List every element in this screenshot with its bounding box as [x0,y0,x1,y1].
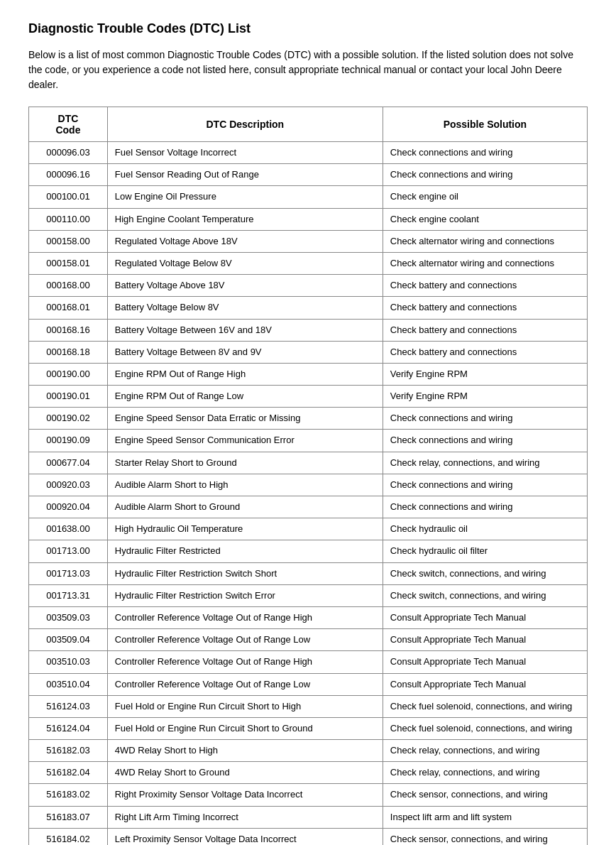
table-row: 000096.16Fuel Sensor Reading Out of Rang… [29,164,588,186]
table-row: 003510.03Controller Reference Voltage Ou… [29,651,588,673]
intro-text: Below is a list of most common Diagnosti… [28,48,588,92]
cell-code: 000100.01 [29,186,108,208]
cell-description: Regulated Voltage Below 8V [107,252,383,274]
table-row: 000920.03Audible Alarm Short to HighChec… [29,474,588,496]
cell-description: Engine RPM Out of Range High [107,363,383,385]
cell-description: Engine Speed Sensor Communication Error [107,430,383,452]
cell-code: 003509.03 [29,606,108,628]
cell-code: 001713.00 [29,540,108,562]
cell-code: 003510.03 [29,651,108,673]
cell-solution: Consult Appropriate Tech Manual [383,606,587,628]
cell-description: Audible Alarm Short to High [107,474,383,496]
cell-code: 000110.00 [29,208,108,230]
cell-description: Low Engine Oil Pressure [107,186,383,208]
cell-code: 000168.16 [29,319,108,341]
cell-description: Left Proximity Sensor Voltage Data Incor… [107,828,383,845]
cell-solution: Check battery and connections [383,319,587,341]
cell-code: 000096.16 [29,164,108,186]
table-row: 000100.01Low Engine Oil PressureCheck en… [29,186,588,208]
cell-code: 516183.02 [29,784,108,806]
cell-code: 516184.02 [29,828,108,845]
table-row: 001638.00High Hydraulic Oil TemperatureC… [29,518,588,540]
cell-solution: Check connections and wiring [383,474,587,496]
table-row: 516182.044WD Relay Short to GroundCheck … [29,762,588,784]
cell-description: Starter Relay Short to Ground [107,452,383,474]
cell-description: High Hydraulic Oil Temperature [107,518,383,540]
table-row: 003509.03Controller Reference Voltage Ou… [29,606,588,628]
cell-description: Right Lift Arm Timing Incorrect [107,806,383,828]
cell-solution: Check connections and wiring [383,496,587,518]
cell-code: 003510.04 [29,673,108,695]
cell-description: Battery Voltage Below 8V [107,297,383,319]
cell-solution: Check alternator wiring and connections [383,230,587,252]
cell-solution: Check connections and wiring [383,164,587,186]
cell-solution: Check connections and wiring [383,142,587,164]
cell-code: 001713.31 [29,584,108,606]
cell-description: Fuel Sensor Voltage Incorrect [107,142,383,164]
cell-solution: Verify Engine RPM [383,363,587,385]
cell-code: 000677.04 [29,452,108,474]
cell-code: 000920.03 [29,474,108,496]
table-row: 001713.03Hydraulic Filter Restriction Sw… [29,562,588,584]
cell-description: Controller Reference Voltage Out of Rang… [107,606,383,628]
header-code: DTCCode [29,107,108,142]
cell-code: 000168.18 [29,341,108,363]
cell-description: Engine Speed Sensor Data Erratic or Miss… [107,408,383,430]
table-row: 000677.04Starter Relay Short to GroundCh… [29,452,588,474]
cell-description: Battery Voltage Above 18V [107,275,383,297]
cell-description: Controller Reference Voltage Out of Rang… [107,673,383,695]
cell-code: 000168.01 [29,297,108,319]
page-title: Diagnostic Trouble Codes (DTC) List [28,21,588,36]
cell-code: 516124.04 [29,717,108,739]
cell-solution: Check battery and connections [383,297,587,319]
cell-description: Regulated Voltage Above 18V [107,230,383,252]
table-row: 001713.31Hydraulic Filter Restriction Sw… [29,584,588,606]
cell-code: 000158.01 [29,252,108,274]
cell-solution: Check fuel solenoid, connections, and wi… [383,717,587,739]
table-header-row: DTCCode DTC Description Possible Solutio… [29,107,588,142]
table-row: 516183.07Right Lift Arm Timing Incorrect… [29,806,588,828]
table-row: 000190.00Engine RPM Out of Range HighVer… [29,363,588,385]
table-row: 000190.01Engine RPM Out of Range LowVeri… [29,386,588,408]
cell-solution: Check hydraulic oil [383,518,587,540]
table-row: 516124.03Fuel Hold or Engine Run Circuit… [29,695,588,717]
cell-solution: Inspect lift arm and lift system [383,806,587,828]
cell-description: 4WD Relay Short to Ground [107,762,383,784]
cell-solution: Check engine coolant [383,208,587,230]
table-row: 000190.09Engine Speed Sensor Communicati… [29,430,588,452]
table-row: 000190.02Engine Speed Sensor Data Errati… [29,408,588,430]
table-row: 000168.00Battery Voltage Above 18VCheck … [29,275,588,297]
cell-solution: Check hydraulic oil filter [383,540,587,562]
cell-description: 4WD Relay Short to High [107,740,383,762]
table-row: 000920.04Audible Alarm Short to GroundCh… [29,496,588,518]
cell-solution: Check engine oil [383,186,587,208]
table-row: 003510.04Controller Reference Voltage Ou… [29,673,588,695]
table-row: 000168.01Battery Voltage Below 8VCheck b… [29,297,588,319]
cell-description: Hydraulic Filter Restriction Switch Erro… [107,584,383,606]
cell-solution: Check relay, connections, and wiring [383,740,587,762]
cell-description: Battery Voltage Between 16V and 18V [107,319,383,341]
cell-description: Battery Voltage Between 8V and 9V [107,341,383,363]
table-row: 000158.01Regulated Voltage Below 8VCheck… [29,252,588,274]
cell-solution: Check connections and wiring [383,430,587,452]
table-row: 003509.04Controller Reference Voltage Ou… [29,629,588,651]
cell-code: 001638.00 [29,518,108,540]
cell-code: 516124.03 [29,695,108,717]
cell-solution: Check fuel solenoid, connections, and wi… [383,695,587,717]
cell-solution: Check relay, connections, and wiring [383,452,587,474]
cell-description: Hydraulic Filter Restriction Switch Shor… [107,562,383,584]
cell-code: 001713.03 [29,562,108,584]
table-row: 516183.02Right Proximity Sensor Voltage … [29,784,588,806]
table-row: 000096.03Fuel Sensor Voltage IncorrectCh… [29,142,588,164]
cell-code: 516182.03 [29,740,108,762]
cell-code: 000190.01 [29,386,108,408]
cell-solution: Check switch, connections, and wiring [383,584,587,606]
cell-description: Hydraulic Filter Restricted [107,540,383,562]
cell-code: 000190.09 [29,430,108,452]
cell-description: Fuel Sensor Reading Out of Range [107,164,383,186]
table-row: 516182.034WD Relay Short to HighCheck re… [29,740,588,762]
cell-description: Engine RPM Out of Range Low [107,386,383,408]
cell-solution: Check connections and wiring [383,408,587,430]
cell-code: 000158.00 [29,230,108,252]
cell-code: 000190.00 [29,363,108,385]
